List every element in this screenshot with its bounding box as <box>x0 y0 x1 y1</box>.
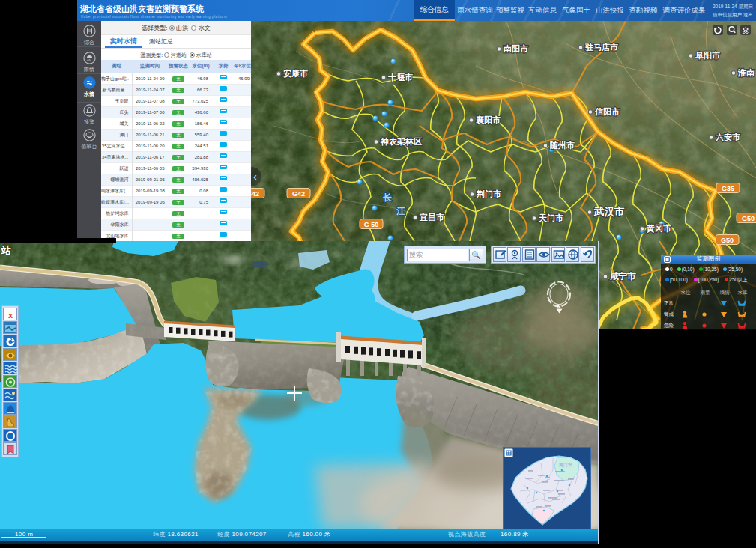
svg-text:G 50: G 50 <box>364 221 379 228</box>
svg-text:襄阳市: 襄阳市 <box>476 115 501 124</box>
svg-text:N: N <box>557 304 560 309</box>
svg-text:G50: G50 <box>721 237 734 244</box>
svg-text:南阳市: 南阳市 <box>503 44 528 53</box>
svg-text:随州市: 随州市 <box>550 141 575 150</box>
svg-text:G42: G42 <box>251 190 259 198</box>
svg-text:海口市: 海口市 <box>559 462 572 468</box>
svg-text:安康市: 安康市 <box>283 69 308 78</box>
svg-text:江: 江 <box>396 206 405 216</box>
svg-text:阜阳市: 阜阳市 <box>695 51 720 60</box>
svg-text:黄冈市: 黄冈市 <box>646 224 671 234</box>
svg-text:G35: G35 <box>722 185 734 192</box>
svg-text:驻马店市: 驻马店市 <box>584 43 618 52</box>
svg-text:天门市: 天门市 <box>538 213 563 222</box>
svg-text:G50: G50 <box>742 215 755 222</box>
svg-text:武汉市: 武汉市 <box>593 206 625 217</box>
svg-text:长: 长 <box>383 192 393 203</box>
svg-text:十堰市: 十堰市 <box>388 73 413 82</box>
svg-text:‹: ‹ <box>253 171 257 183</box>
svg-text:宜昌市: 宜昌市 <box>419 213 444 222</box>
svg-text:信阳市: 信阳市 <box>594 107 620 116</box>
svg-text:淮南: 淮南 <box>737 68 755 77</box>
svg-text:荆门市: 荆门市 <box>476 189 501 198</box>
svg-text:六安市: 六安市 <box>715 133 740 142</box>
svg-text:咸宁市: 咸宁市 <box>609 271 636 281</box>
svg-text:x: x <box>8 311 13 320</box>
svg-text:G42: G42 <box>292 190 305 198</box>
svg-text:神农架林区: 神农架林区 <box>380 137 422 146</box>
